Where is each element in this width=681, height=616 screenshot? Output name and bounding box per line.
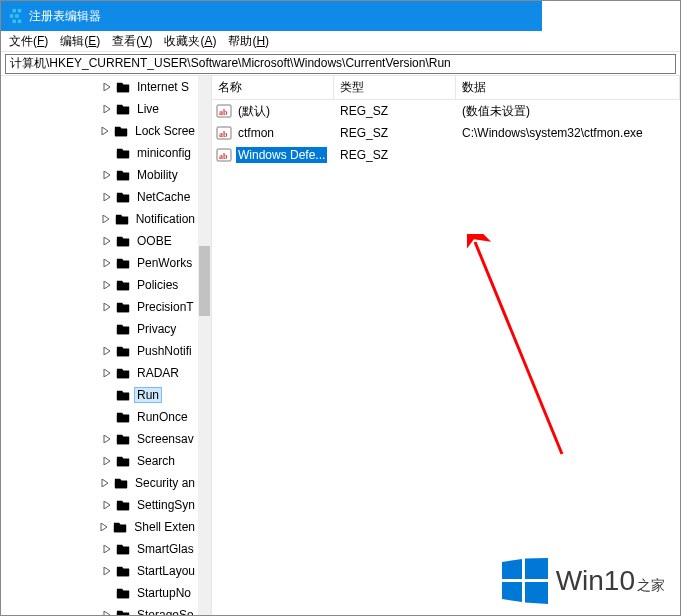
folder-icon: [115, 608, 131, 615]
value-type: REG_SZ: [334, 148, 456, 162]
tree-item-label: Run: [134, 387, 162, 403]
folder-icon: [115, 278, 131, 292]
tree-item[interactable]: PushNotifi: [1, 340, 198, 362]
client-area: Internet SLiveLock ScreeminiconfigMobili…: [1, 76, 680, 615]
tree-item[interactable]: Lock Scree: [1, 120, 198, 142]
folder-icon: [115, 234, 131, 248]
folder-icon: [115, 146, 131, 160]
tree-vscroll-thumb[interactable]: [199, 246, 210, 316]
menu-view[interactable]: 查看(V): [106, 31, 158, 52]
value-data: (数值未设置): [456, 103, 680, 120]
col-name[interactable]: 名称: [212, 76, 334, 99]
expand-icon[interactable]: [99, 521, 111, 533]
reg-sz-icon: [216, 125, 232, 141]
expand-icon[interactable]: [101, 235, 113, 247]
expand-icon[interactable]: [101, 191, 113, 203]
folder-icon: [115, 256, 131, 270]
tree-item[interactable]: RADAR: [1, 362, 198, 384]
tree-item[interactable]: StartLayou: [1, 560, 198, 582]
tree-item[interactable]: SmartGlas: [1, 538, 198, 560]
tree-item[interactable]: miniconfig: [1, 142, 198, 164]
folder-icon: [115, 542, 131, 556]
maximize-icon: [606, 11, 616, 21]
tree-item[interactable]: Internet S: [1, 76, 198, 98]
expand-icon[interactable]: [101, 279, 113, 291]
folder-icon: [115, 102, 131, 116]
titlebar[interactable]: 注册表编辑器: [1, 1, 680, 31]
expand-icon[interactable]: [101, 367, 113, 379]
tree-item[interactable]: Shell Exten: [1, 516, 198, 538]
expand-icon[interactable]: [101, 499, 113, 511]
tree-item[interactable]: StorageSe: [1, 604, 198, 615]
tree-item[interactable]: Notification: [1, 208, 198, 230]
tree-item[interactable]: PrecisionT: [1, 296, 198, 318]
tree-item[interactable]: PenWorks: [1, 252, 198, 274]
expand-icon[interactable]: [101, 103, 113, 115]
expand-icon[interactable]: [101, 543, 113, 555]
list-pane[interactable]: 名称 类型 数据 (默认)REG_SZ(数值未设置)ctfmonREG_SZC:…: [212, 76, 680, 615]
expand-icon[interactable]: [101, 609, 113, 615]
expand-icon[interactable]: [101, 433, 113, 445]
expand-icon[interactable]: [101, 257, 113, 269]
value-type: REG_SZ: [334, 104, 456, 118]
tree-item[interactable]: Run: [1, 384, 198, 406]
expand-icon[interactable]: [101, 301, 113, 313]
tree-item[interactable]: Policies: [1, 274, 198, 296]
list-row[interactable]: ctfmonREG_SZC:\Windows\system32\ctfmon.e…: [212, 122, 680, 144]
tree-item[interactable]: NetCache: [1, 186, 198, 208]
folder-icon: [115, 366, 131, 380]
tree-item[interactable]: Live: [1, 98, 198, 120]
registry-editor-window: 注册表编辑器 文件(F) 编辑(E) 查看(V) 收藏夹(A) 帮助(H) In…: [0, 0, 681, 616]
menu-file[interactable]: 文件(F): [3, 31, 54, 52]
value-name: ctfmon: [236, 125, 276, 141]
list-header: 名称 类型 数据: [212, 76, 680, 100]
reg-sz-icon: [216, 147, 232, 163]
expand-icon[interactable]: [100, 213, 112, 225]
tree-pane[interactable]: Internet SLiveLock ScreeminiconfigMobili…: [1, 76, 212, 615]
tree-item[interactable]: Security an: [1, 472, 198, 494]
tree-item[interactable]: Search: [1, 450, 198, 472]
close-button[interactable]: [634, 1, 680, 31]
menu-help[interactable]: 帮助(H): [222, 31, 275, 52]
address-input[interactable]: [5, 54, 676, 74]
expand-icon[interactable]: [101, 345, 113, 357]
tree-item-label: miniconfig: [134, 145, 194, 161]
menubar: 文件(F) 编辑(E) 查看(V) 收藏夹(A) 帮助(H): [1, 31, 680, 52]
folder-icon: [115, 190, 131, 204]
tree-item[interactable]: RunOnce: [1, 406, 198, 428]
tree-item[interactable]: Screensav: [1, 428, 198, 450]
tree-item[interactable]: OOBE: [1, 230, 198, 252]
maximize-button[interactable]: [588, 1, 634, 31]
tree-item-label: SettingSyn: [134, 497, 198, 513]
tree-item[interactable]: Mobility: [1, 164, 198, 186]
expand-icon[interactable]: [101, 81, 113, 93]
list-row[interactable]: Windows Defe...REG_SZ: [212, 144, 680, 166]
expand-icon[interactable]: [99, 477, 111, 489]
menu-edit[interactable]: 编辑(E): [54, 31, 106, 52]
expand-icon[interactable]: [101, 565, 113, 577]
expand-icon[interactable]: [101, 455, 113, 467]
tree-item[interactable]: SettingSyn: [1, 494, 198, 516]
tree-vscrollbar[interactable]: [198, 76, 211, 615]
expand-icon[interactable]: [101, 169, 113, 181]
minimize-button[interactable]: [542, 1, 588, 31]
menu-favorites[interactable]: 收藏夹(A): [158, 31, 222, 52]
tree-item-label: StorageSe: [134, 607, 197, 615]
tree-item-label: Search: [134, 453, 178, 469]
folder-icon: [115, 498, 131, 512]
tree-item-label: Internet S: [134, 79, 192, 95]
tree-item-label: Policies: [134, 277, 181, 293]
list-row[interactable]: (默认)REG_SZ(数值未设置): [212, 100, 680, 122]
folder-icon: [115, 344, 131, 358]
minimize-icon: [560, 11, 570, 21]
expand-icon[interactable]: [99, 125, 111, 137]
value-name: (默认): [236, 102, 272, 121]
col-type[interactable]: 类型: [334, 76, 456, 99]
value-type: REG_SZ: [334, 126, 456, 140]
expand-icon: [101, 147, 113, 159]
tree-item[interactable]: Privacy: [1, 318, 198, 340]
tree-item-label: RunOnce: [134, 409, 191, 425]
col-data[interactable]: 数据: [456, 76, 680, 99]
folder-icon: [112, 520, 128, 534]
tree-item[interactable]: StartupNo: [1, 582, 198, 604]
